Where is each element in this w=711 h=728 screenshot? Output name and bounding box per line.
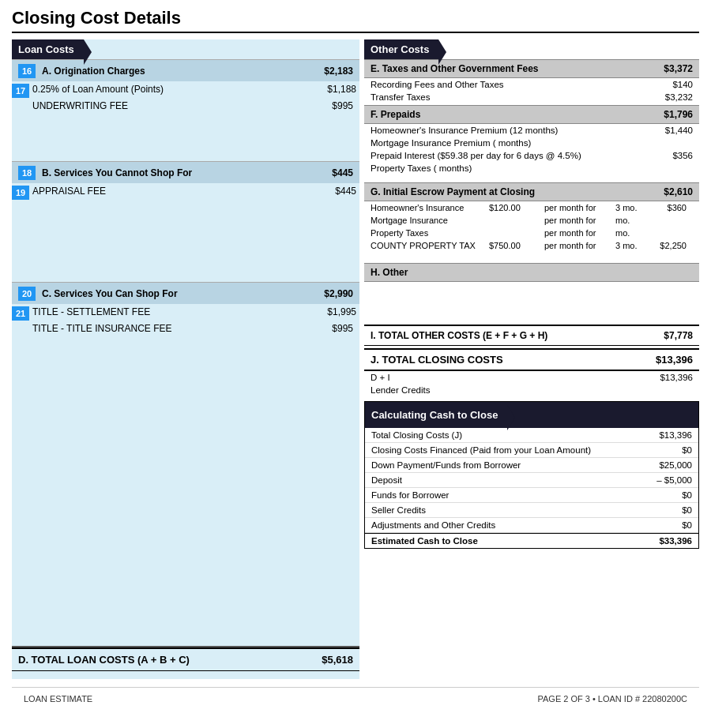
item-c1-label: TITLE - SETTLEMENT FEE [32,306,327,317]
section-a: 16 A. Origination Charges $2,183 17 0.25… [12,59,359,112]
line-number-19: 19 [12,186,29,200]
item-g1-months: 3 mo. [615,203,647,212]
section-g-label: G. Initial Escrow Payment at Closing [371,186,535,197]
section-f-item-4: Property Taxes ( months) [364,162,699,174]
calc-row-3: Down Payment/Funds from Borrower $25,000 [365,458,698,473]
item-g1-label: Homeowner's Insurance [371,203,489,212]
item-f1-amount: $1,440 [665,126,693,135]
item-e1-amount: $140 [672,80,693,89]
item-g4-per-month-label: per month for [544,241,615,250]
item-f3-amount: $356 [672,151,693,160]
item-g4-per-month: $750.00 [489,241,544,250]
calc-row-1: Total Closing Costs (J) $13,396 [365,428,698,443]
total-j-sub1-amount: $13,396 [660,373,693,382]
calculating-cash-section: Calculating Cash to Close Total Closing … [364,401,699,549]
total-i-row: I. TOTAL OTHER COSTS (E + F + G + H) $7,… [364,325,699,346]
section-a-amount: $2,183 [324,66,353,77]
total-j-sub-2: Lender Credits [364,384,699,396]
item-g3-per-month-label: per month for [544,228,615,238]
footer: LOAN ESTIMATE PAGE 2 OF 3 • LOAN ID # 22… [12,687,699,710]
item-c2-label: TITLE - TITLE INSURANCE FEE [32,323,171,334]
calc-row-6: Seller Credits $0 [365,503,698,518]
item-g2-months: mo. [615,216,647,225]
calc-label-5: Funds for Borrower [371,490,449,500]
calc-row-7: Adjustments and Other Credits $0 [365,518,698,533]
section-g-header: G. Initial Escrow Payment at Closing $2,… [364,182,699,201]
section-g: G. Initial Escrow Payment at Closing $2,… [364,182,699,252]
item-a1-label: 0.25% of Loan Amount (Points) [32,84,327,95]
loan-costs-column: Loan Costs 16 A. Origination Charges $2,… [12,39,359,679]
item-g4-months: 3 mo. [615,241,647,250]
footer-right: PAGE 2 OF 3 • LOAN ID # 22080200C [537,694,687,704]
item-a1-amount: $1,188 [327,84,356,95]
section-f-header: F. Prepaids $1,796 [364,105,699,124]
total-j-amount: $13,396 [656,354,693,366]
page-wrapper: Closing Cost Details Loan Costs 16 A. Or [0,0,711,718]
section-c-amount: $2,990 [324,288,353,299]
section-g-amount: $2,610 [664,186,693,197]
section-e-item-1: Recording Fees and Other Taxes $140 [364,78,699,91]
calc-estimated-label: Estimated Cash to Close [371,536,478,546]
calc-label-1: Total Closing Costs (J) [371,430,462,440]
section-a-label: A. Origination Charges [42,66,145,77]
item-b1-label: APPRAISAL FEE [32,186,335,197]
calc-amount-6: $0 [682,505,692,515]
section-f-item-2: Mortgage Insurance Premium ( months) [364,137,699,149]
item-g2-per-month-label: per month for [544,216,615,225]
calc-amount-1: $13,396 [659,430,692,440]
item-c2-amount: $995 [332,323,353,334]
total-j-sub-1: D + I $13,396 [364,371,699,384]
calc-amount-2: $0 [682,445,692,455]
calc-label-2: Closing Costs Financed (Paid from your L… [371,445,591,455]
total-j-label: J. TOTAL CLOSING COSTS [371,354,503,366]
section-b-amount: $445 [332,167,353,178]
calc-header-wrapper: Calculating Cash to Close [365,402,698,428]
section-a-item-1: 17 0.25% of Loan Amount (Points) $1,188 [12,81,359,99]
total-d-row: D. TOTAL LOAN COSTS (A + B + C) $5,618 [12,647,359,671]
total-d-amount: $5,618 [322,654,353,666]
item-a2-label: UNDERWRITING FEE [32,100,128,111]
total-j-sub1-label: D + I [371,373,390,382]
section-c-item-1: 21 TITLE - SETTLEMENT FEE $1,995 [12,304,359,322]
section-f-amount: $1,796 [664,109,693,120]
item-f3-label: Prepaid Interest ($59.38 per day for 6 d… [371,151,581,160]
main-columns: Loan Costs 16 A. Origination Charges $2,… [12,39,699,679]
calc-amount-4: – $5,000 [656,475,692,485]
section-b-header: 18 B. Services You Cannot Shop For $445 [12,161,359,183]
item-g1-per-month: $120.00 [489,203,544,212]
spacer-a [12,114,359,161]
item-g4-amount: $2,250 [647,241,687,250]
calc-label-3: Down Payment/Funds from Borrower [371,460,521,470]
footer-left: LOAN ESTIMATE [24,694,92,704]
item-a2-amount: $995 [332,100,353,111]
calc-row-4: Deposit – $5,000 [365,473,698,488]
item-f2-label: Mortgage Insurance Premium ( months) [371,138,531,148]
spacer-c [12,336,359,415]
page-title: Closing Cost Details [12,8,699,33]
item-e2-label: Transfer Taxes [371,92,430,102]
item-g3-months: mo. [615,228,647,238]
section-b-item-1: 19 APPRAISAL FEE $445 [12,183,359,201]
total-j-sub2-label: Lender Credits [371,385,430,395]
item-e1-label: Recording Fees and Other Taxes [371,80,504,89]
loan-costs-header: Loan Costs [12,39,84,59]
spacer-b [12,203,359,282]
total-d-label: D. TOTAL LOAN COSTS (A + B + C) [18,654,190,666]
section-f: F. Prepaids $1,796 Homeowner's Insurance… [364,105,699,174]
section-e-label: E. Taxes and Other Government Fees [371,63,539,74]
item-g3-label: Property Taxes [371,228,489,238]
item-f1-label: Homeowner's Insurance Premium (12 months… [371,126,558,135]
section-b: 18 B. Services You Cannot Shop For $445 … [12,161,359,201]
section-e: E. Taxes and Other Government Fees $3,37… [364,59,699,103]
line-number-21: 21 [12,306,29,321]
section-b-label: B. Services You Cannot Shop For [42,167,192,178]
section-c-item-2: TITLE - TITLE INSURANCE FEE $995 [12,322,359,335]
spacer-g [364,253,699,260]
section-f-item-3: Prepaid Interest ($59.38 per day for 6 d… [364,149,699,162]
item-g1-per-month-label: per month for [544,203,615,212]
section-h-spacer [364,282,699,321]
calc-estimated-row: Estimated Cash to Close $33,396 [365,533,698,548]
other-costs-column: Other Costs E. Taxes and Other Governmen… [364,39,699,671]
calc-estimated-amount: $33,396 [659,536,692,546]
calc-row-2: Closing Costs Financed (Paid from your L… [365,443,698,458]
